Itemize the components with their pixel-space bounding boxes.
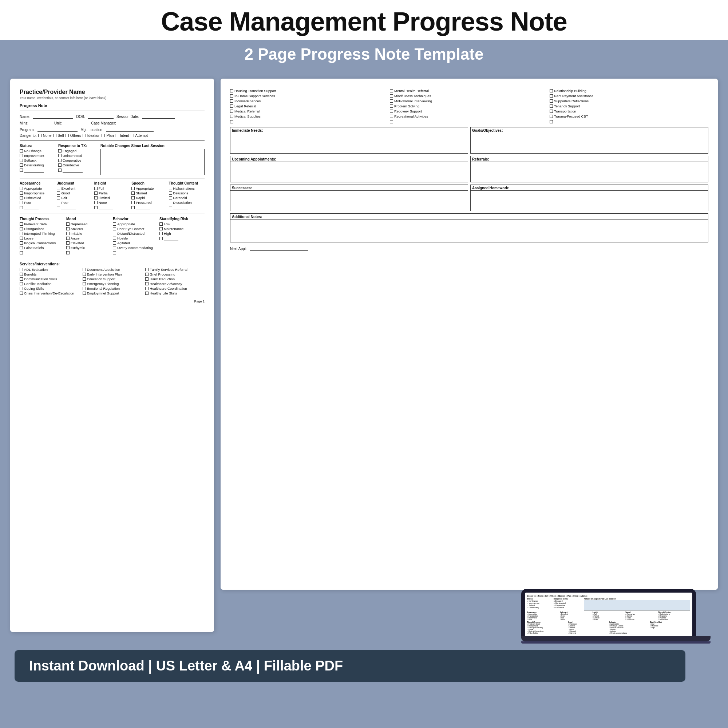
page-1: Practice/Provider Name Your name, creden… [10, 79, 214, 632]
immediate-needs-content[interactable] [230, 133, 468, 153]
danger-label: Danger to: [20, 134, 37, 138]
thought-content-header: Thought Content [169, 181, 205, 185]
l-mood: Mood□ Depressed□ Anxious□ Irritable□ Ang… [568, 621, 609, 634]
danger-others-box[interactable] [66, 134, 69, 137]
page-num: Page 1 [20, 300, 205, 303]
subtitle-text: 2 Page Progress Note Template [4, 45, 724, 63]
footer-inner: Instant Download | US Letter & A4 | Fill… [15, 650, 685, 682]
response-other [58, 168, 98, 173]
name-field[interactable] [33, 114, 73, 119]
l-risk: Stratifying Risk□ Low□ Moderate□ High [650, 621, 691, 634]
process-mood-row: Thought Process Irrelevant Detail Disorg… [20, 217, 205, 256]
name-row: Name: DOB: Session Date: [20, 114, 205, 119]
page-2: Housing Transition Support In-Home Suppo… [220, 79, 718, 590]
session-label: Session Date: [116, 115, 139, 119]
behavior-col: Behavior Appropriate Poor Eye Contact Di… [113, 217, 158, 256]
main-title: Case Management Progress Note [4, 6, 724, 37]
danger-plan: Plan [106, 134, 113, 138]
danger-intent-box[interactable] [115, 134, 118, 137]
note-boxes-grid: Immediate Needs: Goals/Objectives: Upcom… [230, 127, 708, 211]
mgt-location-label: Mgt. Location: [80, 128, 103, 132]
status-no-change: No Change [20, 149, 56, 153]
mgt-location-field[interactable] [106, 127, 154, 132]
goals-content[interactable] [471, 133, 708, 153]
danger-none-box[interactable] [38, 134, 41, 137]
laptop-response: Response to TX:□ Engaged□ Uninterested□ … [554, 598, 583, 611]
status-response-notable: Status: No Change Improvement Setback De… [20, 144, 205, 175]
l-thought: Thought Content□ Hallucinations□ Delusio… [658, 612, 690, 621]
laptop-mental-status: Appearance□ Appropriate□ Inappropriate□ … [527, 612, 690, 621]
successes-label: Successes: [230, 185, 468, 191]
program-label: Program: [20, 128, 35, 132]
insight-header: Insight [94, 181, 130, 185]
appearance-header: Appearance [20, 181, 55, 185]
laptop-status: Status:□ No Change□ Improvement□ Setback… [527, 598, 552, 611]
session-field[interactable] [142, 114, 175, 119]
laptop-base [521, 636, 711, 641]
program-field[interactable] [37, 127, 78, 132]
laptop-bottom-grid: Thought Process□ Irrelevant Detail□ Diso… [527, 621, 690, 634]
response-uninterested: Uninterested [58, 154, 98, 158]
name-label: Name: [20, 115, 30, 119]
successes-content[interactable] [230, 191, 468, 211]
goals-box: Goals/Objectives: [470, 127, 708, 154]
assigned-hw-content[interactable] [471, 191, 708, 211]
mood-header: Mood [66, 217, 112, 221]
page2-top-checkboxes: Housing Transition Support In-Home Suppo… [230, 89, 708, 125]
speech-header: Speech [132, 181, 167, 185]
unit-label: Unit: [54, 121, 62, 125]
stratifying-risk-header: Staratifying Risk [159, 217, 205, 221]
case-manager-field[interactable] [119, 121, 166, 125]
mental-status-row: Appearance Appropriate Inappropriate Dis… [20, 181, 205, 211]
danger-ideation-box[interactable] [83, 134, 86, 137]
danger-self-box[interactable] [53, 134, 57, 137]
danger-ideation: Ideation [87, 134, 101, 138]
l-speech: Speech□ Appropriate□ Slurred□ Rapid□ Pre… [626, 612, 658, 621]
danger-plan-box[interactable] [102, 134, 105, 137]
referrals-label: Referrals: [471, 156, 708, 162]
mins-field[interactable] [31, 121, 51, 125]
danger-attempt: Attempt [135, 134, 148, 138]
danger-self: Self [58, 134, 64, 138]
laptop-container: Danger to: □ None □ Self □ Others □ Idea… [521, 589, 711, 644]
status-deteriorating: Deteriorating [20, 163, 56, 167]
next-appt-label: Next Appt: [230, 247, 247, 251]
response-tx-header: Response to TX: [58, 144, 98, 148]
laptop-screen-content: Danger to: □ None □ Self □ Others □ Idea… [527, 595, 690, 597]
appearance-col: Appearance Appropriate Inappropriate Dis… [20, 181, 55, 211]
thought-process-col: Thought Process Irrelevant Detail Disorg… [20, 217, 65, 256]
services-grid: ADL Evaluation Benefits Communication Sk… [20, 268, 205, 296]
dob-field[interactable] [88, 114, 113, 119]
laptop-area: Danger to: □ None □ Self □ Others □ Idea… [220, 589, 718, 644]
main-area: Practice/Provider Name Your name, creden… [0, 69, 728, 644]
dob-label: DOB: [76, 115, 85, 119]
provider-name: Practice/Provider Name [20, 89, 205, 95]
thought-content-col: Thought Content Hallucinations Delusions… [169, 181, 205, 211]
additional-notes-content[interactable] [230, 219, 708, 241]
upcoming-appts-content[interactable] [230, 162, 468, 182]
notable-changes-box[interactable] [101, 149, 205, 175]
header-top: Case Management Progress Note [0, 0, 728, 40]
assigned-hw-label: Assigned Homework: [471, 185, 708, 191]
unit-field[interactable] [64, 121, 88, 125]
danger-none: None [43, 134, 52, 138]
next-appt-row: Next Appt: [230, 246, 708, 251]
status-other [20, 168, 56, 173]
next-appt-field[interactable] [250, 246, 308, 251]
referrals-content[interactable] [471, 162, 708, 182]
insight-col: Insight Full Partial Limited None [94, 181, 130, 211]
progress-note-label: Progress Note [20, 103, 205, 108]
danger-attempt-box[interactable] [131, 134, 134, 137]
referrals-box: Referrals: [470, 156, 708, 182]
additional-notes-label: Additional Notes: [230, 214, 708, 219]
case-manager-label: Case Manager: [91, 121, 116, 125]
provider-sub: Your name, credentials, or contact info … [20, 96, 205, 100]
laptop-screen-status: Status:□ No Change□ Improvement□ Setback… [527, 598, 690, 611]
danger-intent: Intent [120, 134, 129, 138]
status-setback: Setback [20, 158, 56, 162]
page2-col2: Mental Health Referral Mindfulness Techn… [390, 89, 549, 125]
immediate-needs-box: Immediate Needs: [230, 127, 468, 154]
laptop-stand [521, 641, 711, 644]
status-col: Status: No Change Improvement Setback De… [20, 144, 56, 175]
l-behavior: Behavior□ Appropriate□ Poor Eye Contact□… [609, 621, 649, 634]
